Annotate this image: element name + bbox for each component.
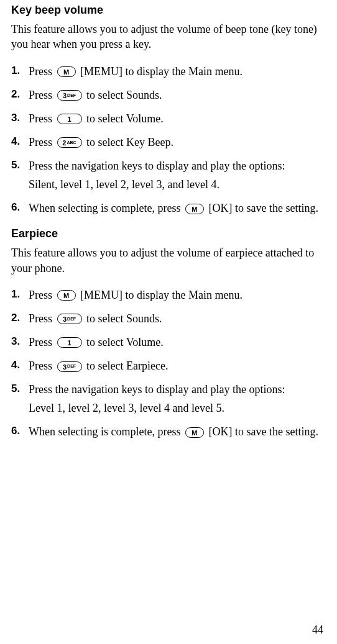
key-m-icon: M (57, 290, 76, 301)
step-text: to select Key Beep. (86, 136, 173, 148)
step-text: [OK] to save the setting. (208, 425, 318, 438)
step: 3. Press 1 to select Volume. (11, 111, 326, 127)
page-number: 44 (312, 624, 323, 637)
step: 4. Press 3DEF to select Earpiece. (11, 358, 326, 374)
step-text: Press (29, 312, 55, 325)
section-title: Earpiece (11, 227, 326, 240)
step-text: [OK] to save the setting. (208, 202, 318, 214)
section-title: Key beep volume (11, 4, 326, 17)
step-text: to select Volume. (86, 336, 164, 348)
step: 5. Press the navigation keys to display … (11, 158, 326, 193)
step-text: Press (29, 112, 55, 125)
step: 2. Press 3DEF to select Sounds. (11, 87, 326, 103)
step-number: 2. (11, 87, 29, 102)
step-text: [MEMU] to display the Main menu. (80, 65, 242, 78)
step-text: to select Earpiece. (86, 360, 168, 372)
section-desc: This feature allows you to adjust the vo… (11, 22, 326, 52)
section-desc: This feature allows you to adjust the vo… (11, 245, 326, 276)
step: 4. Press 2ABC to select Key Beep. (11, 134, 326, 150)
key-m-icon: M (57, 66, 76, 77)
key-1-icon: 1 (57, 337, 82, 348)
step-text: Press the navigation keys to display and… (29, 160, 285, 172)
step-number: 4. (11, 358, 29, 373)
section-key-beep: Key beep volume This feature allows you … (11, 4, 326, 216)
step-text: to select Volume. (86, 112, 164, 125)
step-number: 5. (11, 158, 29, 173)
key-3-icon: 3DEF (57, 314, 82, 324)
step-number: 6. (11, 200, 29, 215)
step: 3. Press 1 to select Volume. (11, 334, 326, 350)
section-earpiece: Earpiece This feature allows you to adju… (11, 227, 326, 440)
step-text: Press (29, 136, 55, 148)
step-list: 1. Press M [MEMU] to display the Main me… (11, 287, 326, 440)
step-text: Press (29, 336, 55, 348)
key-m-icon: M (185, 204, 204, 214)
step: 1. Press M [MEMU] to display the Main me… (11, 287, 326, 303)
key-m-icon: M (185, 427, 204, 438)
step-number: 5. (11, 381, 29, 397)
step-text: When selecting is complete, press (29, 425, 183, 438)
step: 2. Press 3DEF to select Sounds. (11, 311, 326, 327)
step-text: to select Sounds. (86, 312, 162, 325)
step-number: 4. (11, 134, 29, 150)
step-text: When selecting is complete, press (29, 202, 183, 214)
step: 6. When selecting is complete, press M [… (11, 200, 326, 216)
step-text: Press (29, 360, 55, 372)
step-text: [MEMU] to display the Main menu. (80, 289, 242, 301)
step: 5. Press the navigation keys to display … (11, 381, 326, 416)
step-number: 3. (11, 334, 29, 350)
step-list: 1. Press M [MEMU] to display the Main me… (11, 63, 326, 217)
step-text: Press (29, 289, 55, 301)
key-3-icon: 3DEF (57, 361, 82, 372)
step-text: to select Sounds. (86, 89, 162, 101)
step-number: 2. (11, 311, 29, 326)
step: 6. When selecting is complete, press M [… (11, 424, 326, 440)
step-text: Press (29, 89, 55, 101)
step-number: 1. (11, 287, 29, 302)
step-subtext: Silent, level 1, level 2, level 3, and l… (29, 176, 326, 193)
key-2-icon: 2ABC (57, 137, 82, 148)
key-3-icon: 3DEF (57, 90, 82, 101)
step-number: 1. (11, 63, 29, 79)
step-text: Press the navigation keys to display and… (29, 383, 285, 396)
step-subtext: Level 1, level 2, level 3, level 4 and l… (29, 400, 326, 416)
step: 1. Press M [MEMU] to display the Main me… (11, 63, 326, 79)
step-text: Press (29, 65, 55, 78)
key-1-icon: 1 (57, 114, 82, 124)
step-number: 3. (11, 111, 29, 126)
step-number: 6. (11, 424, 29, 439)
